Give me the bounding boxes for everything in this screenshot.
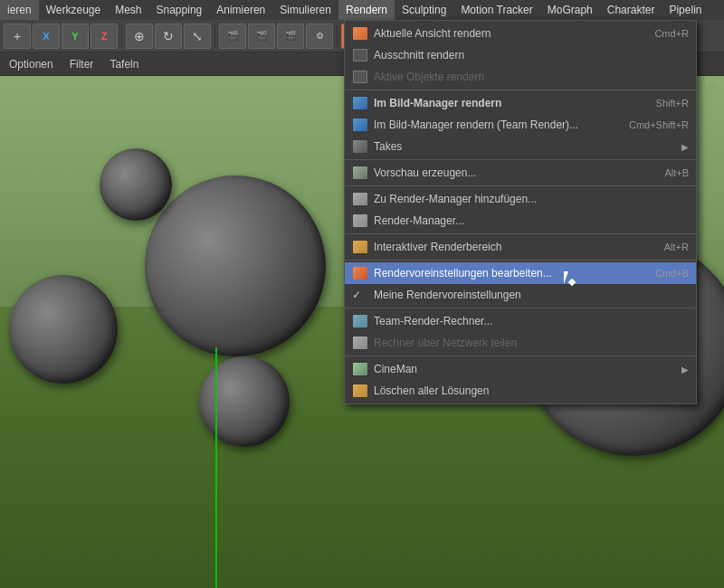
viewport-label: ↔ bbox=[707, 80, 717, 90]
item-label-render-manager: Render-Manager... bbox=[374, 214, 689, 227]
render-icon-team bbox=[352, 118, 368, 132]
rendern-dropdown-menu: Aktuelle Ansicht rendern Cmd+R Ausschnit… bbox=[344, 20, 697, 404]
menu-item-ieren[interactable]: ieren bbox=[0, 0, 39, 20]
menu-item-mesh[interactable]: Mesh bbox=[108, 0, 148, 20]
item-shortcut-team: Cmd+Shift+R bbox=[629, 119, 689, 130]
menu-item-snapping[interactable]: Snapping bbox=[149, 0, 210, 20]
item-label-rechner: Team-Render-Rechner... bbox=[374, 315, 689, 327]
dropdown-section-1: Aktuelle Ansicht rendern Cmd+R Ausschnit… bbox=[345, 21, 696, 90]
render-icon-interaktiv bbox=[352, 240, 368, 254]
sep3 bbox=[337, 25, 338, 47]
item-label-meine-voreinstellungen: Meine Rendervoreinstellungen bbox=[374, 289, 689, 301]
toolbar-rotate[interactable]: ↻ bbox=[155, 24, 182, 49]
menu-item-charakter[interactable]: Charakter bbox=[600, 0, 662, 20]
dropdown-section-3: Vorschau erzeugen... Alt+B bbox=[345, 160, 696, 186]
item-label-team-render: Im Bild-Manager rendern (Team Render)... bbox=[374, 119, 618, 131]
dropdown-item-render-manager[interactable]: Render-Manager... bbox=[345, 210, 696, 232]
render-icon-cineman bbox=[352, 362, 368, 376]
menu-item-pipeline[interactable]: Pipelin bbox=[662, 0, 709, 20]
dropdown-item-vorschau[interactable]: Vorschau erzeugen... Alt+B bbox=[345, 162, 696, 184]
render-icon-bild bbox=[352, 96, 368, 110]
render-icon-zu-manager bbox=[352, 192, 368, 206]
item-label-vorschau: Vorschau erzeugen... bbox=[374, 166, 653, 179]
render-icon-delete bbox=[352, 384, 368, 398]
arrow-takes: ▶ bbox=[681, 142, 689, 152]
render-icon-aktive bbox=[352, 70, 368, 84]
dropdown-item-team-render-rechner[interactable]: Team-Render-Rechner... bbox=[345, 310, 696, 332]
item-label-aktive: Aktive Objekte rendern bbox=[374, 71, 689, 83]
dropdown-section-8: CineMan ▶ Löschen aller Lösungen bbox=[345, 356, 696, 403]
item-label-netzwerk: Rechner über Netzwerk teilen bbox=[374, 337, 689, 349]
sep1 bbox=[121, 25, 122, 47]
render-icon-rechner bbox=[352, 314, 368, 328]
toolbar-z[interactable]: Z bbox=[90, 24, 118, 49]
render-icon-vorschau bbox=[352, 166, 368, 180]
render-icon-netzwerk bbox=[352, 336, 368, 350]
dropdown-item-cineman[interactable]: CineMan ▶ bbox=[345, 358, 696, 380]
item-label-ausschnitt: Ausschnitt rendern bbox=[374, 49, 689, 62]
dropdown-item-netzwerk: Rechner über Netzwerk teilen bbox=[345, 332, 696, 354]
item-shortcut-rendervoreinstellungen: Cmd+B bbox=[655, 268, 689, 279]
toolbar2-filter[interactable]: Filter bbox=[64, 56, 100, 72]
arrow-cineman: ▶ bbox=[681, 365, 689, 375]
toolbar-y[interactable]: Y bbox=[62, 24, 89, 49]
dropdown-item-loeschen[interactable]: Löschen aller Lösungen bbox=[345, 380, 696, 402]
dropdown-item-takes[interactable]: Takes ▶ bbox=[345, 136, 696, 157]
menu-item-animieren[interactable]: Animieren bbox=[209, 0, 272, 20]
dropdown-item-interaktiv[interactable]: Interaktiver Renderbereich Alt+R bbox=[345, 236, 696, 258]
menu-item-simulieren[interactable]: Simulieren bbox=[272, 0, 338, 20]
toolbar2-tafeln[interactable]: Tafeln bbox=[104, 56, 144, 72]
item-label-interaktiv: Interaktiver Renderbereich bbox=[374, 241, 653, 253]
item-label-loeschen: Löschen aller Lösungen bbox=[374, 384, 689, 397]
item-shortcut-bild: Shift+R bbox=[656, 98, 689, 109]
menu-item-rendern[interactable]: Rendern bbox=[338, 0, 395, 20]
toolbar-obj4[interactable]: ⚙ bbox=[306, 24, 333, 49]
item-label-zu-manager: Zu Render-Manager hinzufügen... bbox=[374, 193, 689, 205]
dropdown-item-rendervoreinstellungen[interactable]: Rendervoreinstellungen bearbeiten... Cmd… bbox=[345, 262, 696, 284]
item-label-rendervoreinstellungen: Rendervoreinstellungen bearbeiten... bbox=[374, 267, 644, 280]
toolbar-move[interactable]: ⊕ bbox=[126, 24, 153, 49]
dropdown-item-bild-manager[interactable]: Im Bild-Manager rendern Shift+R bbox=[345, 92, 696, 114]
item-shortcut-vorschau: Alt+B bbox=[664, 167, 689, 178]
item-label-bild-manager: Im Bild-Manager rendern bbox=[374, 97, 645, 109]
menu-item-sculpting[interactable]: Sculpting bbox=[395, 0, 453, 20]
menu-bar: ieren Werkzeuge Mesh Snapping Animieren … bbox=[0, 0, 724, 20]
toolbar-obj2[interactable]: 🎬 bbox=[248, 24, 275, 49]
toolbar-obj1[interactable]: 🎬 bbox=[219, 24, 246, 49]
sphere-medium-left bbox=[9, 275, 118, 384]
menu-item-motion-tracker[interactable]: Motion Tracker bbox=[453, 0, 539, 20]
axis-line-vertical bbox=[215, 347, 217, 588]
sphere-small-top-left bbox=[100, 148, 172, 221]
dropdown-item-aktive-objekte: Aktive Objekte rendern bbox=[345, 66, 696, 88]
item-label-takes: Takes bbox=[374, 140, 676, 153]
sphere-small-bottom bbox=[199, 356, 290, 447]
item-shortcut-aktuelle: Cmd+R bbox=[654, 28, 689, 39]
render-icon-render-manager bbox=[352, 213, 368, 228]
item-label-cineman: CineMan bbox=[374, 363, 676, 375]
toolbar-scale[interactable]: ⤡ bbox=[184, 24, 211, 49]
menu-item-mograph[interactable]: MoGraph bbox=[540, 0, 600, 20]
check-meine: ✓ bbox=[352, 289, 368, 301]
dropdown-item-meine-voreinstellungen[interactable]: ✓ Meine Rendervoreinstellungen bbox=[345, 284, 696, 306]
render-icon-settings bbox=[352, 266, 368, 280]
dropdown-section-4: Zu Render-Manager hinzufügen... Render-M… bbox=[345, 186, 696, 234]
menu-item-werkzeuge[interactable]: Werkzeuge bbox=[39, 0, 108, 20]
render-icon-ausschnitt bbox=[352, 48, 368, 62]
item-label-aktuelle: Aktuelle Ansicht rendern bbox=[374, 27, 643, 40]
dropdown-section-5: Interaktiver Renderbereich Alt+R bbox=[345, 234, 696, 261]
toolbar-obj3[interactable]: 🎬 bbox=[277, 24, 304, 49]
sphere-large-center bbox=[145, 175, 326, 356]
toolbar2-optionen[interactable]: Optionen bbox=[4, 56, 59, 72]
render-icon-takes bbox=[352, 139, 368, 154]
render-icon-aktuelle bbox=[352, 26, 368, 41]
dropdown-item-team-render[interactable]: Im Bild-Manager rendern (Team Render)...… bbox=[345, 114, 696, 136]
sep2 bbox=[214, 25, 215, 47]
dropdown-item-ausschnitt[interactable]: Ausschnitt rendern bbox=[345, 44, 696, 66]
dropdown-item-aktuelle-ansicht[interactable]: Aktuelle Ansicht rendern Cmd+R bbox=[345, 23, 696, 44]
dropdown-item-zu-manager[interactable]: Zu Render-Manager hinzufügen... bbox=[345, 188, 696, 210]
toolbar-x[interactable]: X bbox=[33, 24, 60, 49]
dropdown-section-6: Rendervoreinstellungen bearbeiten... Cmd… bbox=[345, 261, 696, 308]
dropdown-section-2: Im Bild-Manager rendern Shift+R Im Bild-… bbox=[345, 90, 696, 160]
toolbar-new[interactable]: + bbox=[4, 24, 31, 49]
dropdown-section-7: Team-Render-Rechner... Rechner über Netz… bbox=[345, 308, 696, 356]
